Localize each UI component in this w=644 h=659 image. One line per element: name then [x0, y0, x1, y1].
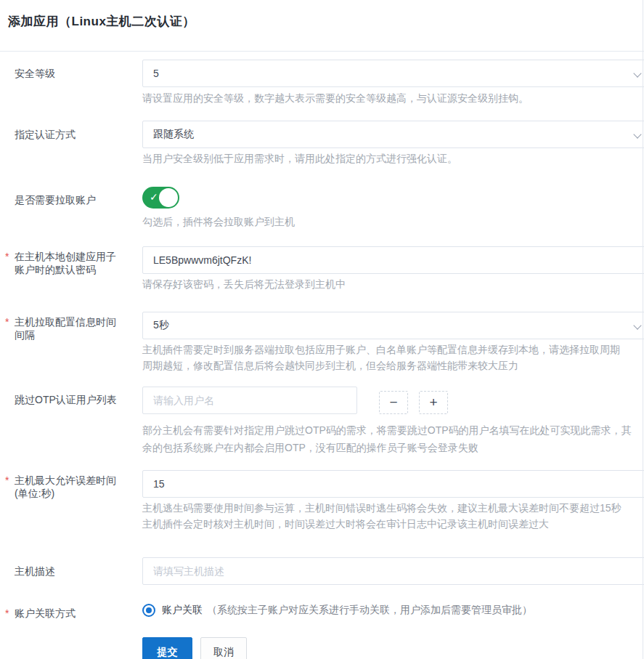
auth-method-label: 指定认证方式 — [15, 128, 136, 141]
pull-account-help: 勾选后，插件将会拉取账户到主机 — [142, 214, 295, 229]
required-mark: * — [5, 315, 9, 328]
security-level-value: 5 — [153, 68, 159, 79]
account-link-radio-group: 账户关联 （系统按主子账户对应关系进行手动关联，用户添加后需要管理员审批） — [142, 604, 532, 617]
security-level-label: 安全等级 — [15, 67, 136, 80]
pull-account-toggle[interactable]: ✓ — [142, 187, 179, 209]
account-link-label: 账户关联方式 — [15, 607, 136, 620]
default-password-input[interactable] — [142, 246, 644, 274]
chevron-down-icon — [633, 130, 641, 138]
page-title: 添加应用（Linux主机二次认证） — [8, 13, 195, 30]
max-time-diff-help-line2: 主机插件会定时核对主机时间，时间误差过大时将会在审计日志中记录该主机时间误差过大 — [142, 517, 549, 531]
pull-interval-value: 5秒 — [153, 319, 169, 332]
toggle-knob — [159, 188, 178, 207]
account-link-option-note: （系统按主子账户对应关系进行手动关联，用户添加后需要管理员审批） — [207, 604, 532, 617]
skip-otp-help-line1: 部分主机会有需要针对指定用户跳过OTP码的需求，将需要跳过OTP码的用户名填写在… — [142, 423, 632, 437]
required-mark: * — [5, 250, 9, 263]
cancel-button[interactable]: 取消 — [200, 637, 247, 659]
security-level-help: 请设置应用的安全等级，数字越大表示需要的安全等级越高，与认证源安全级别挂钩。 — [142, 91, 529, 105]
remove-user-button[interactable]: − — [379, 391, 408, 414]
default-password-help: 请保存好该密码，丢失后将无法登录到主机中 — [142, 277, 346, 291]
pull-interval-help-line1: 主机插件需要定时到服务器端拉取包括应用子账户、白名单账户等配置信息并缓存到本地，… — [142, 342, 620, 357]
pull-interval-label-line2: 间隔 — [15, 328, 136, 341]
title-divider — [0, 51, 644, 52]
host-desc-input[interactable] — [142, 557, 644, 585]
add-application-form-page: 添加应用（Linux主机二次认证） 安全等级 5 请设置应用的安全等级，数字越大… — [0, 0, 644, 659]
default-password-label: 在主机本地创建应用子 账户时的默认密码 — [15, 250, 136, 276]
chevron-down-icon — [633, 321, 641, 329]
skip-otp-username-input[interactable] — [142, 387, 357, 414]
check-icon: ✓ — [150, 191, 158, 203]
auth-method-select[interactable]: 跟随系统 — [142, 121, 644, 148]
max-time-diff-input[interactable] — [142, 470, 644, 498]
skip-otp-help-line2: 余的包括系统账户在内都会启用OTP，没有匹配的操作员子账号会登录失败 — [142, 440, 478, 455]
account-link-option-label: 账户关联 — [162, 604, 203, 617]
add-user-button[interactable]: + — [419, 391, 448, 414]
pull-interval-help-line2: 周期越短，修改配置信息后将会越快同步到主机，但会给服务器端性能带来较大压力 — [142, 358, 518, 373]
security-level-select[interactable]: 5 — [142, 60, 644, 87]
auth-method-value: 跟随系统 — [153, 128, 194, 141]
max-time-diff-help-line1: 主机逃生码需要使用时间参与运算，主机时间错误时逃生码将会失效，建议主机最大误差时… — [142, 501, 621, 515]
max-time-diff-label-line2: (单位:秒) — [15, 487, 136, 500]
max-time-diff-label: 主机最大允许误差时间 (单位:秒) — [15, 474, 136, 500]
radio-dot-icon — [146, 607, 152, 613]
host-desc-label: 主机描述 — [15, 565, 136, 578]
submit-button[interactable]: 提交 — [142, 637, 192, 659]
pull-interval-select[interactable]: 5秒 — [142, 312, 644, 339]
pull-interval-label: 主机拉取配置信息时间 间隔 — [15, 315, 136, 341]
max-time-diff-label-line1: 主机最大允许误差时间 — [15, 474, 136, 487]
default-password-label-line1: 在主机本地创建应用子 — [15, 250, 136, 263]
pull-interval-label-line1: 主机拉取配置信息时间 — [15, 315, 136, 328]
pull-account-label: 是否需要拉取账户 — [15, 193, 136, 206]
skip-otp-label: 跳过OTP认证用户列表 — [15, 393, 136, 406]
chevron-down-icon — [633, 69, 641, 77]
auth-method-help: 当用户安全级别低于应用需求时，请用此处指定的方式进行强化认证。 — [142, 151, 457, 166]
minus-icon: − — [389, 395, 397, 410]
required-mark: * — [5, 474, 9, 487]
plus-icon: + — [429, 395, 437, 410]
account-link-radio[interactable] — [142, 604, 155, 617]
required-mark: * — [5, 607, 9, 620]
default-password-label-line2: 账户时的默认密码 — [15, 263, 136, 276]
right-edge-divider — [643, 0, 643, 659]
